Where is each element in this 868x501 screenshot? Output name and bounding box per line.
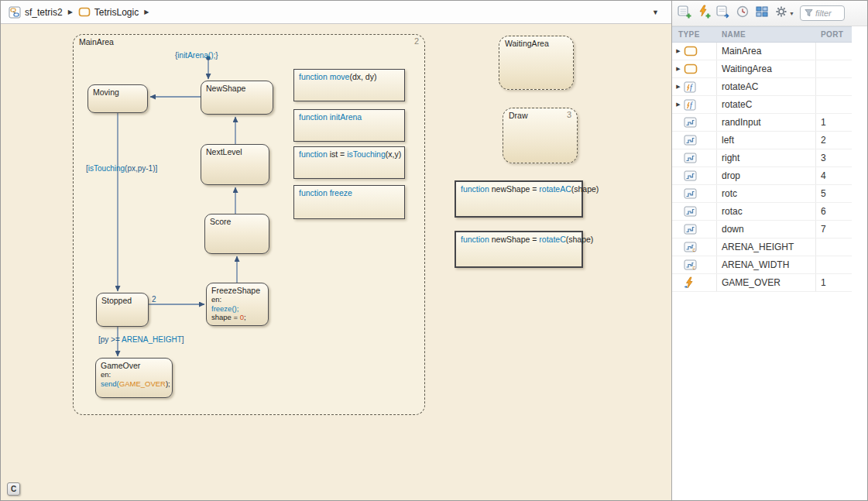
signal-icon	[684, 188, 697, 199]
symbol-row-ARENA_WIDTH[interactable]: cARENA_WIDTH	[672, 256, 852, 274]
add-message-button[interactable]	[714, 4, 732, 22]
state-Moving[interactable]: Moving	[87, 84, 148, 113]
expand-chevron-icon[interactable]: ▶	[674, 66, 682, 72]
funnel-icon	[805, 6, 813, 20]
resolve-symbols-button[interactable]	[753, 4, 771, 22]
name-cell[interactable]: rotc	[717, 185, 816, 202]
symbol-row-drop[interactable]: drop4	[672, 167, 852, 185]
chevron-down-icon[interactable]: ▼	[789, 11, 794, 16]
filter-input[interactable]	[815, 9, 840, 18]
text-segment: (px,py-1)]	[125, 164, 157, 173]
function-initArena[interactable]: function initArena	[293, 109, 405, 142]
state-NextLevel[interactable]: NextLevel	[201, 144, 269, 185]
state-icon	[684, 63, 698, 74]
symbol-row-randInput[interactable]: randInput1	[672, 114, 852, 132]
clock-icon	[736, 5, 750, 22]
symbol-row-rotac[interactable]: rotac6	[672, 203, 852, 221]
port-cell[interactable]: 5	[816, 188, 852, 199]
name-cell[interactable]: rotateC	[717, 96, 816, 113]
symbol-row-MainArea[interactable]: ▶MainArea	[672, 43, 852, 60]
port-cell[interactable]: 4	[816, 170, 852, 181]
text-segment: (shape)	[566, 235, 594, 244]
breadcrumb-current[interactable]: TetrisLogic	[94, 7, 139, 18]
symbol-row-right[interactable]: right3	[672, 149, 852, 167]
action-language-badge[interactable]: C	[7, 482, 20, 496]
function-isTouching[interactable]: function ist = isTouching(x,y)	[293, 146, 405, 179]
column-header-name[interactable]: NAME	[717, 30, 816, 39]
text-segment: GAME_OVER	[119, 379, 166, 388]
symbol-row-down[interactable]: down7	[672, 221, 852, 238]
symbol-row-rotc[interactable]: rotc5	[672, 185, 852, 203]
expand-chevron-icon[interactable]: ▶	[674, 101, 682, 108]
state-Stopped[interactable]: Stopped	[96, 293, 149, 327]
transition-label-is-touching[interactable]: [isTouching(px,py-1)]	[86, 164, 157, 173]
column-header-type[interactable]: TYPE	[672, 30, 717, 39]
function-rotateAC[interactable]: function newShape = rotateAC(shape)	[455, 180, 583, 218]
diagram-canvas[interactable]: MainArea2WaitingAreaDraw3MovingNewShapeN…	[1, 24, 671, 501]
name-cell[interactable]: randInput	[717, 114, 816, 131]
breadcrumb-root[interactable]: sf_tetris2	[25, 7, 63, 18]
text-segment: freeze	[330, 188, 352, 197]
port-cell[interactable]: 3	[816, 153, 852, 163]
add-event-button[interactable]	[695, 4, 713, 22]
symbol-row-GAME_OVER[interactable]: GAME_OVER1	[672, 274, 852, 292]
signal-icon	[684, 135, 697, 146]
text-segment: ]	[182, 335, 184, 344]
data-icon: c	[684, 259, 697, 270]
expand-chevron-icon[interactable]: ▶	[674, 48, 682, 54]
settings-button[interactable]: ▼	[772, 4, 797, 22]
symbol-row-ARENA_HEIGHT[interactable]: cARENA_HEIGHT	[672, 238, 852, 256]
name-cell[interactable]: ARENA_WIDTH	[717, 256, 816, 273]
text-segment: ;	[244, 313, 246, 321]
name-cell[interactable]: rotateAC	[717, 78, 816, 95]
signal-icon	[684, 170, 697, 181]
column-header-port[interactable]: PORT	[816, 30, 852, 39]
text-segment: freeze();	[211, 304, 238, 313]
name-cell[interactable]: ARENA_HEIGHT	[717, 238, 816, 256]
text-segment: isTouching	[347, 149, 386, 159]
function-rotateC[interactable]: function newShape = rotateC(shape)	[455, 231, 583, 268]
type-cell	[672, 221, 717, 238]
state-Score[interactable]: Score	[204, 214, 269, 254]
name-cell[interactable]: GAME_OVER	[717, 274, 816, 291]
port-cell[interactable]: 7	[816, 224, 852, 235]
transition-label-init-arena[interactable]: {initArena();}	[175, 51, 218, 60]
name-cell[interactable]: drop	[717, 167, 816, 184]
text-segment: function	[299, 149, 330, 159]
port-cell[interactable]: 1	[816, 117, 852, 128]
name-cell[interactable]: right	[717, 149, 816, 166]
name-cell[interactable]: rotac	[717, 203, 816, 220]
add-data-button[interactable]	[675, 4, 694, 22]
state-FreezeShape[interactable]: FreezeShapeen:freeze();shape = 0;	[206, 283, 269, 326]
name-cell[interactable]: WaitingArea	[717, 60, 816, 77]
symbol-row-rotateAC[interactable]: ▶frotateAC	[672, 78, 852, 96]
chevron-down-icon[interactable]: ▼	[652, 9, 659, 16]
symbol-row-WaitingArea[interactable]: ▶WaitingArea	[672, 60, 852, 78]
function-freeze[interactable]: function freeze	[293, 185, 405, 219]
signal-icon	[684, 117, 697, 128]
trace-selection-button[interactable]	[733, 4, 752, 22]
symbol-row-left[interactable]: left2	[672, 132, 852, 149]
type-cell: ▶f	[672, 96, 717, 113]
filter-box[interactable]	[800, 5, 845, 21]
symbol-row-rotateC[interactable]: ▶frotateC	[672, 96, 852, 114]
transition-label-arena-height[interactable]: [py >= ARENA_HEIGHT]	[98, 335, 184, 344]
name-cell[interactable]: left	[717, 132, 816, 149]
name-cell[interactable]: MainArea	[717, 43, 816, 60]
port-cell[interactable]: 2	[816, 135, 852, 146]
breadcrumb-separator-icon: ▶	[144, 9, 149, 15]
svg-text:c: c	[693, 247, 696, 252]
type-cell	[672, 149, 717, 166]
name-cell[interactable]: down	[717, 221, 816, 238]
text-segment: ARENA_HEIGHT	[122, 335, 182, 344]
port-cell[interactable]: 6	[816, 206, 852, 217]
expand-chevron-icon[interactable]: ▶	[674, 84, 682, 90]
state-GameOver[interactable]: GameOveren:send(GAME_OVER);	[95, 358, 173, 398]
state-icon	[684, 46, 698, 57]
function-move[interactable]: function move(dx, dy)	[293, 69, 405, 101]
state-action-line: freeze();	[211, 304, 263, 314]
text-segment: ist =	[330, 149, 347, 159]
state-NewShape[interactable]: NewShape	[201, 81, 273, 115]
transition-label-priority-2[interactable]: 2	[152, 295, 156, 304]
port-cell[interactable]: 1	[816, 277, 852, 288]
